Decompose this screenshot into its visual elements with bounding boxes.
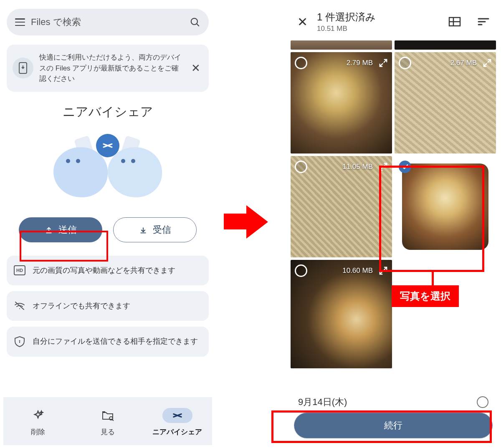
tutorial-arrow-icon xyxy=(217,196,267,246)
nearby-share-nav-icon xyxy=(162,408,192,423)
feature-privacy: 自分にファイルを送信できる相手を指定できます xyxy=(7,327,209,357)
page-title: ニアバイシェア xyxy=(3,103,212,121)
expand-icon[interactable] xyxy=(483,58,492,68)
svg-text:HD: HD xyxy=(16,268,23,273)
sparkle-icon xyxy=(23,408,53,423)
nearby-share-illustration xyxy=(3,126,212,210)
expand-icon[interactable] xyxy=(379,266,388,275)
wifi-off-icon xyxy=(13,301,26,311)
checkmark-icon[interactable] xyxy=(399,161,411,173)
select-all-circle-icon[interactable] xyxy=(477,396,488,408)
receive-button[interactable]: 受信 xyxy=(113,217,197,242)
selection-circle-icon[interactable] xyxy=(295,264,307,277)
close-icon[interactable]: ✕ xyxy=(297,15,308,29)
feature-hd: HD 元の画質の写真や動画などを共有できます xyxy=(7,256,209,285)
device-download-icon xyxy=(13,58,33,78)
update-notice: 快適にご利用いただけるよう、両方のデバイスの Files アプリが最新版であるこ… xyxy=(7,45,209,92)
photo-picker-screen: ✕ 1 件選択済み 10.51 MB 2.79 MB xyxy=(289,3,498,445)
nav-browse-label: 見る xyxy=(101,427,115,437)
feature-offline-text: オフラインでも共有できます xyxy=(33,300,130,312)
nav-nearby-share[interactable]: ニアバイシェア xyxy=(143,408,212,437)
nav-clean[interactable]: 削除 xyxy=(4,408,73,437)
sort-icon[interactable] xyxy=(478,17,489,26)
photo-thumbnail[interactable] xyxy=(395,40,496,50)
photo-thumbnail[interactable]: 2.79 MB xyxy=(291,52,392,154)
svg-line-9 xyxy=(112,420,114,421)
annotation-connector xyxy=(432,271,434,286)
svg-line-1 xyxy=(197,24,199,26)
date-label: 9月14日(木) xyxy=(298,396,347,408)
nav-share-label: ニアバイシェア xyxy=(152,427,202,437)
nav-clean-label: 削除 xyxy=(31,427,45,437)
photo-thumbnail[interactable]: 10.60 MB xyxy=(291,260,392,368)
annotation-callout: 写真を選択 xyxy=(392,285,459,307)
selection-circle-icon[interactable] xyxy=(295,161,307,173)
action-buttons: 送信 受信 xyxy=(3,217,212,242)
notice-text: 快適にご利用いただけるよう、両方のデバイスの Files アプリが最新版であるこ… xyxy=(39,52,183,84)
feature-privacy-text: 自分にファイルを送信できる相手を指定できます xyxy=(33,336,198,347)
bottom-navigation: 削除 見る ニアバイシェア xyxy=(3,397,212,445)
continue-button[interactable]: 続行 xyxy=(294,413,493,438)
selection-size: 10.51 MB xyxy=(317,25,439,33)
svg-point-6 xyxy=(19,340,20,341)
file-size: 11.05 MB xyxy=(342,163,373,171)
folder-search-icon xyxy=(93,408,123,423)
selection-circle-icon[interactable] xyxy=(295,57,307,69)
photo-grid: 2.79 MB 2.67 MB xyxy=(289,40,498,391)
continue-button-label: 続行 xyxy=(384,419,402,432)
hd-icon: HD xyxy=(13,265,26,275)
receive-button-label: 受信 xyxy=(153,224,171,236)
file-size: 2.67 MB xyxy=(450,59,477,67)
nav-browse[interactable]: 見る xyxy=(73,408,142,437)
selection-count: 1 件選択済み xyxy=(317,10,439,24)
selection-circle-icon[interactable] xyxy=(399,57,411,69)
expand-icon[interactable] xyxy=(379,58,388,68)
expand-icon[interactable] xyxy=(379,162,388,171)
feature-offline: オフラインでも共有できます xyxy=(7,291,209,321)
photo-thumbnail[interactable]: 2.67 MB xyxy=(395,52,496,154)
send-button-label: 送信 xyxy=(58,224,77,236)
date-section-header[interactable]: 9月14日(木) xyxy=(289,393,498,410)
search-icon[interactable] xyxy=(190,17,200,28)
photo-thumbnail[interactable] xyxy=(291,40,392,50)
search-bar[interactable]: Files で検索 xyxy=(7,9,209,35)
file-size: 2.79 MB xyxy=(347,59,373,67)
close-icon[interactable]: ✕ xyxy=(189,59,203,77)
nearby-share-icon xyxy=(96,134,119,157)
shield-icon xyxy=(13,336,26,347)
feature-hd-text: 元の画質の写真や動画などを共有できます xyxy=(33,265,175,276)
photo-thumbnail[interactable]: 11.05 MB xyxy=(291,156,392,257)
search-placeholder: Files で検索 xyxy=(31,16,184,28)
svg-point-0 xyxy=(191,18,197,25)
menu-icon[interactable] xyxy=(15,18,25,26)
picker-header: ✕ 1 件選択済み 10.51 MB xyxy=(289,3,498,40)
file-size: 10.60 MB xyxy=(342,267,373,275)
send-button[interactable]: 送信 xyxy=(19,217,102,242)
files-app-screen: Files で検索 快適にご利用いただけるよう、両方のデバイスの Files ア… xyxy=(3,3,212,445)
photo-thumbnail-selected[interactable] xyxy=(395,156,496,257)
list-view-icon[interactable] xyxy=(448,16,461,27)
